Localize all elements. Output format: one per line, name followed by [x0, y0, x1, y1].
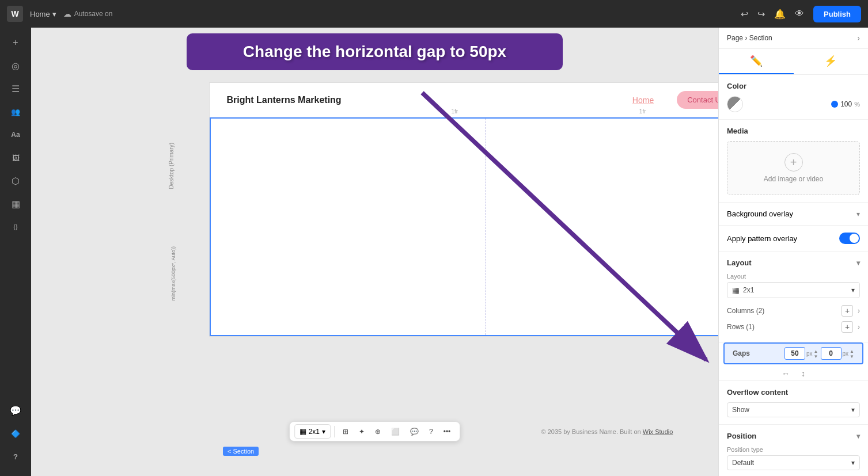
vertical-gap-arrows[interactable]: ▲▼ — [850, 349, 854, 359]
overflow-dropdown[interactable]: Show ▾ — [727, 402, 860, 417]
tutorial-text: Change the horizontal gap to 50px — [243, 43, 506, 61]
design-tab-icon: ✏️ — [750, 55, 763, 67]
color-swatch-row — [727, 96, 743, 112]
media-icon: 🖼 — [12, 154, 20, 162]
sidebar-item-help[interactable]: ? — [5, 446, 26, 467]
undo-button[interactable]: ↩ — [741, 9, 748, 20]
sidebar-item-layers[interactable]: ◎ — [5, 55, 26, 76]
sidebar-item-people[interactable]: 👥 — [5, 101, 26, 122]
sidebar-item-apps[interactable]: ⬡ — [5, 170, 26, 191]
redo-button[interactable]: ↪ — [757, 9, 765, 20]
anchor-icon: ⊕ — [375, 428, 381, 436]
pattern-toggle[interactable] — [839, 233, 860, 244]
action-tab-icon: ⚡ — [824, 55, 837, 67]
overflow-section-title: Overflow content — [727, 388, 860, 397]
rows-row: Rows (1) + › — [727, 319, 860, 335]
add-column-button[interactable]: + — [842, 305, 853, 317]
chat-icon: 💬 — [10, 405, 21, 416]
nav-link-home[interactable]: Home — [632, 96, 654, 105]
canvas-area: Desktop (Primary) min(max(500px*, Auto))… — [31, 28, 718, 476]
gaps-row: Gaps px ▲▼ px ▲▼ — [723, 342, 863, 364]
code-icon: {} — [13, 223, 17, 230]
sidebar-bottom: 💬 🔷 ? — [5, 400, 26, 471]
wix-studio-link[interactable]: Wix Studio — [643, 428, 673, 435]
sidebar-item-code[interactable]: {} — [5, 216, 26, 237]
chevron-down-icon: ▾ — [52, 10, 56, 18]
vertical-gap-input[interactable] — [821, 347, 842, 360]
pages-icon: ☰ — [12, 83, 20, 94]
wix-icon: 🔷 — [11, 429, 20, 438]
toolbar-frame-button[interactable]: ⬜ — [386, 425, 404, 438]
rows-controls: + › — [842, 321, 860, 333]
color-section-title[interactable]: Color — [727, 82, 860, 90]
people-icon: 👥 — [11, 108, 20, 116]
toolbar-sparkle-button[interactable]: ✦ — [354, 425, 369, 438]
left-sidebar: + ◎ ☰ 👥 Aa 🖼 ⬡ ▦ {} 💬 — [0, 28, 31, 476]
color-swatch[interactable] — [727, 96, 743, 112]
position-type-label: Position type — [727, 446, 860, 453]
horizontal-gap-arrows[interactable]: ▲▼ — [814, 349, 818, 359]
canvas-size-label: min(max(500px*, Auto)) — [170, 246, 176, 301]
frame-icon: ⬜ — [391, 428, 400, 436]
panel-collapse-button[interactable]: › — [857, 33, 860, 43]
overflow-chevron-icon: ▾ — [851, 406, 855, 414]
toolbar-help-button[interactable]: ? — [424, 425, 438, 438]
sidebar-item-chat[interactable]: 💬 — [5, 400, 26, 421]
preview-button[interactable]: 👁 — [795, 9, 804, 19]
columns-arrow[interactable]: › — [858, 307, 860, 315]
sidebar-item-wix[interactable]: 🔷 — [5, 423, 26, 444]
toolbar-grid-button[interactable]: ⊞ — [338, 425, 353, 438]
dropdown-arrow: ▾ — [851, 286, 855, 294]
sidebar-item-text[interactable]: Aa — [5, 124, 26, 145]
bottom-toolbar: ▦ 2x1 ▾ ⊞ ✦ ⊕ ⬜ 💬 ? •• — [289, 421, 461, 441]
sidebar-item-pages[interactable]: ☰ — [5, 78, 26, 99]
publish-button[interactable]: Publish — [813, 6, 861, 22]
comment-icon: 💬 — [410, 428, 419, 436]
layout-dropdown[interactable]: ▦ 2x1 ▾ — [727, 282, 860, 298]
sparkle-icon: ✦ — [359, 428, 365, 436]
position-chevron-icon: ▾ — [856, 432, 860, 440]
media-placeholder[interactable]: + Add image or video — [727, 141, 860, 195]
chevron-down-icon: ▾ — [322, 428, 325, 436]
layout-selector[interactable]: ▦ 2x1 ▾ — [294, 424, 331, 439]
layout-section-title[interactable]: Layout ▾ — [727, 258, 860, 267]
tab-design[interactable]: ✏️ — [719, 49, 794, 74]
copyright-text: © 2035 by Business Name. Built on Wix St… — [541, 428, 673, 435]
toolbar-more-button[interactable]: ••• — [439, 425, 456, 438]
toolbar-comment-button[interactable]: 💬 — [405, 425, 423, 438]
tutorial-banner: Change the horizontal gap to 50px — [187, 33, 563, 70]
fr-label-left: 1fr — [452, 108, 458, 115]
chevron-down-icon[interactable]: ▾ — [856, 210, 860, 218]
contact-us-button[interactable]: Contact Us ✈ — [677, 91, 718, 109]
right-panel: Page › Section › ✏️ ⚡ Color — [718, 28, 868, 476]
pattern-row: Apply pattern overlay — [727, 233, 860, 244]
layout-grid-icon: ▦ — [732, 285, 740, 295]
columns-controls: + › — [842, 305, 860, 317]
wix-logo[interactable]: W — [7, 6, 23, 22]
toolbar-anchor-button[interactable]: ⊕ — [370, 425, 385, 438]
sidebar-item-table[interactable]: ▦ — [5, 193, 26, 214]
sidebar-item-media[interactable]: 🖼 — [5, 147, 26, 168]
add-row-button[interactable]: + — [842, 321, 853, 333]
main-layout: + ◎ ☰ 👥 Aa 🖼 ⬡ ▦ {} 💬 — [0, 28, 868, 476]
section-label[interactable]: < Section — [223, 447, 259, 456]
sidebar-item-add[interactable]: + — [5, 32, 26, 53]
pattern-overlay-section: Apply pattern overlay — [719, 226, 868, 252]
media-section-title[interactable]: Media — [727, 127, 860, 135]
site-selector[interactable]: Home ▾ — [30, 10, 56, 18]
opacity-dot — [831, 101, 838, 108]
notifications-button[interactable]: 🔔 — [774, 9, 786, 20]
section-box[interactable] — [210, 117, 719, 336]
position-type-dropdown[interactable]: Default ▾ — [727, 455, 860, 470]
horizontal-gap-input[interactable] — [784, 347, 805, 360]
layout-chevron-icon: ▾ — [856, 259, 860, 267]
grid-layout-icon: ⊞ — [343, 428, 348, 436]
top-bar-left: W Home ▾ ☁ Autosave on — [7, 6, 112, 22]
horizontal-gap-icon: ↔ — [782, 369, 790, 378]
page-preview: Bright Lanterns Marketing 1fr 1fr Home C… — [209, 82, 719, 337]
position-section-title[interactable]: Position ▾ — [727, 432, 860, 440]
toggle-knob — [850, 234, 859, 243]
nav-links: Home Contact Us ✈ — [632, 91, 718, 109]
rows-arrow[interactable]: › — [858, 323, 860, 331]
tab-action[interactable]: ⚡ — [794, 49, 869, 74]
